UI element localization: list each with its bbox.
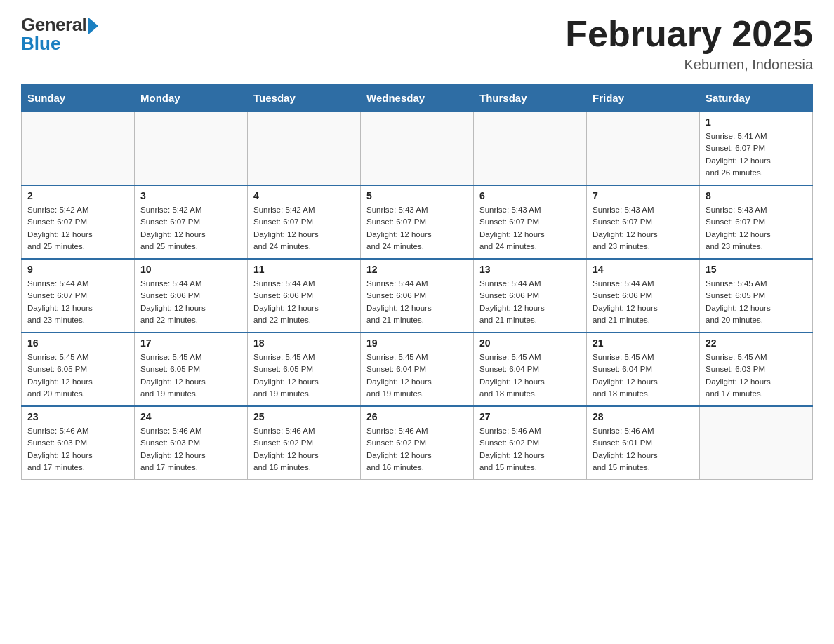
day-info: Sunrise: 5:46 AMSunset: 6:02 PMDaylight:…: [253, 425, 355, 474]
calendar-week-row: 9Sunrise: 5:44 AMSunset: 6:07 PMDaylight…: [22, 259, 813, 333]
day-number: 15: [706, 264, 807, 275]
calendar-cell: 21Sunrise: 5:45 AMSunset: 6:04 PMDayligh…: [587, 333, 700, 406]
weekday-header-thursday: Thursday: [474, 85, 587, 112]
calendar-header-row: SundayMondayTuesdayWednesdayThursdayFrid…: [22, 85, 813, 112]
day-info: Sunrise: 5:45 AMSunset: 6:05 PMDaylight:…: [253, 351, 355, 400]
calendar-cell: 27Sunrise: 5:46 AMSunset: 6:02 PMDayligh…: [474, 406, 587, 480]
calendar-cell: 2Sunrise: 5:42 AMSunset: 6:07 PMDaylight…: [22, 185, 135, 259]
day-info: Sunrise: 5:44 AMSunset: 6:06 PMDaylight:…: [593, 278, 694, 326]
calendar-table: SundayMondayTuesdayWednesdayThursdayFrid…: [21, 84, 813, 480]
calendar-cell: 28Sunrise: 5:46 AMSunset: 6:01 PMDayligh…: [587, 406, 700, 480]
calendar-cell: 17Sunrise: 5:45 AMSunset: 6:05 PMDayligh…: [135, 333, 248, 406]
day-number: 1: [706, 116, 807, 128]
day-info: Sunrise: 5:45 AMSunset: 6:05 PMDaylight:…: [706, 278, 807, 326]
weekday-header-sunday: Sunday: [22, 85, 135, 112]
day-info: Sunrise: 5:42 AMSunset: 6:07 PMDaylight:…: [27, 204, 128, 253]
calendar-cell: 3Sunrise: 5:42 AMSunset: 6:07 PMDaylight…: [135, 185, 248, 259]
day-number: 28: [593, 411, 694, 422]
weekday-header-tuesday: Tuesday: [248, 85, 361, 112]
day-number: 11: [253, 264, 355, 275]
day-info: Sunrise: 5:44 AMSunset: 6:06 PMDaylight:…: [479, 278, 581, 326]
calendar-cell: 16Sunrise: 5:45 AMSunset: 6:05 PMDayligh…: [22, 333, 135, 406]
day-info: Sunrise: 5:44 AMSunset: 6:06 PMDaylight:…: [366, 278, 468, 326]
calendar-cell: 13Sunrise: 5:44 AMSunset: 6:06 PMDayligh…: [474, 259, 587, 333]
day-info: Sunrise: 5:45 AMSunset: 6:04 PMDaylight:…: [366, 351, 468, 400]
day-number: 25: [253, 411, 355, 422]
calendar-cell: 4Sunrise: 5:42 AMSunset: 6:07 PMDaylight…: [248, 185, 361, 259]
day-number: 27: [479, 411, 581, 422]
day-number: 13: [479, 264, 581, 275]
calendar-cell: 18Sunrise: 5:45 AMSunset: 6:05 PMDayligh…: [248, 333, 361, 406]
logo-arrow-icon: [88, 18, 98, 34]
weekday-header-friday: Friday: [587, 85, 700, 112]
day-number: 9: [27, 264, 128, 275]
day-number: 10: [140, 264, 241, 275]
day-number: 3: [140, 190, 241, 201]
day-number: 19: [366, 337, 468, 349]
day-info: Sunrise: 5:44 AMSunset: 6:06 PMDaylight:…: [253, 278, 355, 326]
day-number: 23: [27, 411, 128, 422]
calendar-cell: 7Sunrise: 5:43 AMSunset: 6:07 PMDaylight…: [587, 185, 700, 259]
calendar-cell: [587, 112, 700, 185]
day-info: Sunrise: 5:42 AMSunset: 6:07 PMDaylight:…: [140, 204, 241, 253]
title-section: February 2025 Kebumen, Indonesia: [565, 14, 813, 73]
day-info: Sunrise: 5:46 AMSunset: 6:01 PMDaylight:…: [593, 425, 694, 474]
day-number: 24: [140, 411, 241, 422]
day-number: 12: [366, 264, 468, 275]
calendar-cell: 6Sunrise: 5:43 AMSunset: 6:07 PMDaylight…: [474, 185, 587, 259]
calendar-cell: [22, 112, 135, 185]
day-number: 16: [27, 337, 128, 349]
day-number: 17: [140, 337, 241, 349]
day-info: Sunrise: 5:44 AMSunset: 6:07 PMDaylight:…: [27, 278, 128, 326]
day-info: Sunrise: 5:43 AMSunset: 6:07 PMDaylight:…: [366, 204, 468, 253]
calendar-cell: 14Sunrise: 5:44 AMSunset: 6:06 PMDayligh…: [587, 259, 700, 333]
calendar-cell: 26Sunrise: 5:46 AMSunset: 6:02 PMDayligh…: [361, 406, 474, 480]
calendar-cell: 5Sunrise: 5:43 AMSunset: 6:07 PMDaylight…: [361, 185, 474, 259]
day-number: 18: [253, 337, 355, 349]
calendar-cell: 19Sunrise: 5:45 AMSunset: 6:04 PMDayligh…: [361, 333, 474, 406]
day-info: Sunrise: 5:46 AMSunset: 6:03 PMDaylight:…: [140, 425, 241, 474]
day-info: Sunrise: 5:46 AMSunset: 6:02 PMDaylight:…: [479, 425, 581, 474]
logo-blue-text: Blue: [21, 33, 60, 55]
day-number: 22: [706, 337, 807, 349]
calendar-cell: 25Sunrise: 5:46 AMSunset: 6:02 PMDayligh…: [248, 406, 361, 480]
calendar-cell: 23Sunrise: 5:46 AMSunset: 6:03 PMDayligh…: [22, 406, 135, 480]
calendar-cell: 12Sunrise: 5:44 AMSunset: 6:06 PMDayligh…: [361, 259, 474, 333]
calendar-cell: [248, 112, 361, 185]
calendar-cell: 24Sunrise: 5:46 AMSunset: 6:03 PMDayligh…: [135, 406, 248, 480]
calendar-cell: [361, 112, 474, 185]
calendar-cell: 15Sunrise: 5:45 AMSunset: 6:05 PMDayligh…: [700, 259, 813, 333]
calendar-cell: 8Sunrise: 5:43 AMSunset: 6:07 PMDaylight…: [700, 185, 813, 259]
calendar-week-row: 16Sunrise: 5:45 AMSunset: 6:05 PMDayligh…: [22, 333, 813, 406]
day-info: Sunrise: 5:44 AMSunset: 6:06 PMDaylight:…: [140, 278, 241, 326]
day-info: Sunrise: 5:45 AMSunset: 6:05 PMDaylight:…: [140, 351, 241, 400]
calendar-cell: [135, 112, 248, 185]
day-number: 14: [593, 264, 694, 275]
day-number: 5: [366, 190, 468, 201]
day-number: 4: [253, 190, 355, 201]
calendar-cell: 20Sunrise: 5:45 AMSunset: 6:04 PMDayligh…: [474, 333, 587, 406]
logo: General Blue: [21, 14, 98, 55]
calendar-cell: [474, 112, 587, 185]
day-number: 21: [593, 337, 694, 349]
day-number: 2: [27, 190, 128, 201]
calendar-week-row: 23Sunrise: 5:46 AMSunset: 6:03 PMDayligh…: [22, 406, 813, 480]
weekday-header-monday: Monday: [135, 85, 248, 112]
calendar-cell: 22Sunrise: 5:45 AMSunset: 6:03 PMDayligh…: [700, 333, 813, 406]
month-year-title: February 2025: [565, 14, 813, 54]
day-number: 7: [593, 190, 694, 201]
weekday-header-saturday: Saturday: [700, 85, 813, 112]
day-info: Sunrise: 5:45 AMSunset: 6:03 PMDaylight:…: [706, 351, 807, 400]
page-header: General Blue February 2025 Kebumen, Indo…: [21, 14, 813, 73]
day-info: Sunrise: 5:45 AMSunset: 6:05 PMDaylight:…: [27, 351, 128, 400]
calendar-week-row: 2Sunrise: 5:42 AMSunset: 6:07 PMDaylight…: [22, 185, 813, 259]
calendar-cell: 1Sunrise: 5:41 AMSunset: 6:07 PMDaylight…: [700, 112, 813, 185]
day-info: Sunrise: 5:41 AMSunset: 6:07 PMDaylight:…: [706, 130, 807, 179]
day-number: 26: [366, 411, 468, 422]
day-info: Sunrise: 5:43 AMSunset: 6:07 PMDaylight:…: [706, 204, 807, 253]
calendar-week-row: 1Sunrise: 5:41 AMSunset: 6:07 PMDaylight…: [22, 112, 813, 185]
calendar-cell: 9Sunrise: 5:44 AMSunset: 6:07 PMDaylight…: [22, 259, 135, 333]
calendar-cell: [700, 406, 813, 480]
day-info: Sunrise: 5:43 AMSunset: 6:07 PMDaylight:…: [479, 204, 581, 253]
calendar-cell: 10Sunrise: 5:44 AMSunset: 6:06 PMDayligh…: [135, 259, 248, 333]
